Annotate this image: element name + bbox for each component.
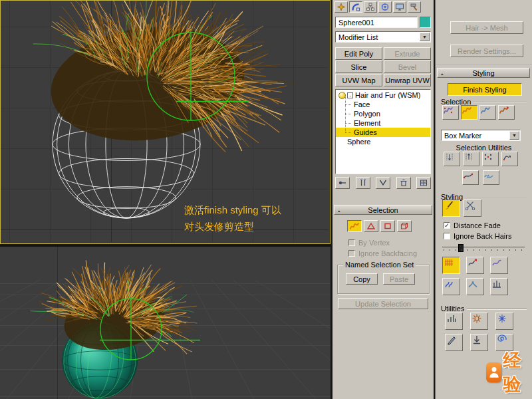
hair-cut-button[interactable]	[464, 200, 481, 217]
pin-stack-button[interactable]	[335, 177, 350, 189]
stack-item-label: Element	[354, 119, 380, 127]
box-marker-dropdown[interactable]: Box Marker ▼	[441, 130, 521, 141]
create-icon	[336, 3, 346, 11]
modify-icon	[351, 3, 360, 11]
stack-item-face[interactable]: Face	[336, 100, 430, 109]
distance-fade-checkbox[interactable]: ✓	[444, 222, 450, 229]
stack-item-polygon[interactable]: Polygon	[336, 109, 430, 118]
by-vertex-checkbox[interactable]	[348, 239, 355, 246]
select-whole-guides-button[interactable]	[461, 105, 477, 120]
reset-rest-button[interactable]	[470, 334, 488, 351]
styling-rollout-header[interactable]: - Styling	[437, 68, 530, 78]
styling-tool-buttons-row1	[442, 257, 508, 274]
ignore-back-hairs-row: Ignore Back Hairs	[444, 232, 511, 240]
slice-button[interactable]: Slice	[335, 61, 382, 73]
annotation-line1: 激活finish styling 可以	[184, 201, 281, 218]
command-panel: Sphere001 Modifier List ▼ Edit Poly Extr…	[332, 0, 434, 399]
make-unique-button[interactable]	[376, 177, 390, 189]
stack-item-label: Hair and Fur (WSM)	[355, 91, 420, 99]
tab-utilities[interactable]	[408, 1, 421, 13]
modifier-list-dropdown[interactable]: Modifier List ▼	[335, 31, 431, 43]
pin-icon	[338, 179, 347, 187]
uncomb-button[interactable]	[490, 257, 508, 274]
attenuate-button[interactable]	[445, 313, 463, 330]
fade-distance-slider[interactable]	[442, 243, 525, 251]
tab-modify[interactable]	[349, 1, 362, 13]
rotate-hairs-button[interactable]	[442, 278, 460, 295]
invert-selection-button[interactable]	[482, 152, 499, 166]
trash-icon	[399, 179, 408, 187]
hair-selection-buttons	[442, 105, 515, 120]
stack-item-hair-and-fur[interactable]: - Hair and Fur (WSM)	[336, 90, 430, 100]
vertex-subobject-button[interactable]	[364, 220, 378, 232]
select-by-hair-button[interactable]	[483, 170, 499, 185]
update-selection-button[interactable]: Update Selection	[338, 298, 428, 309]
puff-roots-button[interactable]	[490, 278, 508, 295]
element-subobject-button[interactable]	[397, 220, 412, 232]
comb-button[interactable]	[442, 257, 460, 274]
pop-selected-button[interactable]	[495, 313, 513, 330]
bevel-button[interactable]: Bevel	[384, 61, 431, 73]
select-guide-vertices-button[interactable]	[479, 105, 496, 120]
paste-selection-button[interactable]	[463, 152, 479, 166]
slider-handle[interactable]	[458, 244, 464, 252]
scale-hairs-icon	[467, 279, 479, 289]
edit-poly-button[interactable]: Edit Poly	[335, 47, 382, 60]
hair-fur-panel: Hair -> Mesh Render Settings... - Stylin…	[435, 0, 532, 399]
selection-rollout-title: Selection	[368, 206, 398, 214]
stack-item-guides-selected[interactable]: Guides	[336, 128, 430, 137]
stack-item-element[interactable]: Element	[336, 118, 430, 128]
selection-utility-buttons-row2	[462, 170, 499, 185]
dots-arrow-icon	[502, 152, 513, 162]
collapse-icon[interactable]: -	[347, 92, 353, 98]
tab-display[interactable]	[393, 1, 406, 13]
hair-vertices-icon	[480, 106, 491, 115]
unwrap-uvw-button[interactable]: Unwrap UVW	[384, 74, 431, 86]
ignore-backfacing-label: Ignore Backfacing	[358, 249, 417, 257]
viewport-perspective-canvas[interactable]	[0, 247, 331, 399]
box-marker-value: Box Marker	[444, 132, 481, 140]
polygon-subobject-button[interactable]	[380, 220, 395, 232]
remove-modifier-button[interactable]	[396, 177, 411, 189]
styling-brush-buttons	[442, 200, 481, 217]
wave-dots-icon	[463, 171, 473, 180]
hair-to-mesh-button[interactable]: Hair -> Mesh	[450, 21, 523, 34]
copy-selection-button[interactable]	[444, 152, 460, 166]
scale-hairs-button[interactable]	[466, 278, 484, 295]
show-end-result-button[interactable]	[356, 177, 370, 189]
object-name-field[interactable]: Sphere001	[335, 17, 418, 28]
selection-rollout-header[interactable]: - Selection	[334, 205, 432, 215]
guides-subobject-button[interactable]	[347, 220, 362, 232]
copy-button[interactable]: Copy	[346, 273, 378, 285]
recomb-button[interactable]	[466, 257, 484, 274]
pop-zero-button[interactable]	[470, 313, 488, 330]
dots-up-icon	[464, 152, 474, 162]
viewport-perspective[interactable]	[0, 247, 331, 399]
ignore-back-hairs-checkbox[interactable]	[444, 233, 450, 239]
finish-styling-button[interactable]: Finish Styling	[448, 83, 522, 96]
ignore-backfacing-row: Ignore Backfacing	[348, 249, 417, 257]
chevron-down-icon[interactable]: ▼	[420, 33, 430, 41]
hair-guides-icon	[349, 221, 360, 231]
recomb-from-splines-button[interactable]	[445, 334, 463, 351]
paste-button[interactable]: Paste	[383, 273, 415, 285]
configure-modifier-sets-button[interactable]	[416, 177, 431, 189]
tab-motion[interactable]	[378, 1, 392, 13]
object-color-swatch[interactable]	[420, 17, 431, 28]
select-roots-button[interactable]	[498, 105, 515, 120]
render-settings-button[interactable]: Render Settings...	[450, 45, 523, 57]
hair-brush-button[interactable]	[442, 200, 460, 217]
tab-hierarchy[interactable]	[364, 1, 377, 13]
tab-create[interactable]	[334, 1, 348, 13]
brush-icon	[443, 200, 455, 211]
styling-rollout-title: Styling	[472, 69, 494, 77]
rotate-selection-button[interactable]	[501, 152, 518, 166]
stack-item-sphere[interactable]: Sphere	[336, 137, 430, 146]
select-hair-ends-button[interactable]	[442, 105, 459, 120]
ignore-backfacing-checkbox[interactable]	[348, 250, 355, 257]
expand-selection-button[interactable]	[462, 170, 479, 185]
extrude-button[interactable]: Extrude	[384, 47, 431, 60]
chevron-down-icon[interactable]: ▼	[509, 131, 519, 140]
uvw-map-button[interactable]: UVW Map	[335, 74, 382, 86]
make-unique-icon	[378, 179, 388, 187]
